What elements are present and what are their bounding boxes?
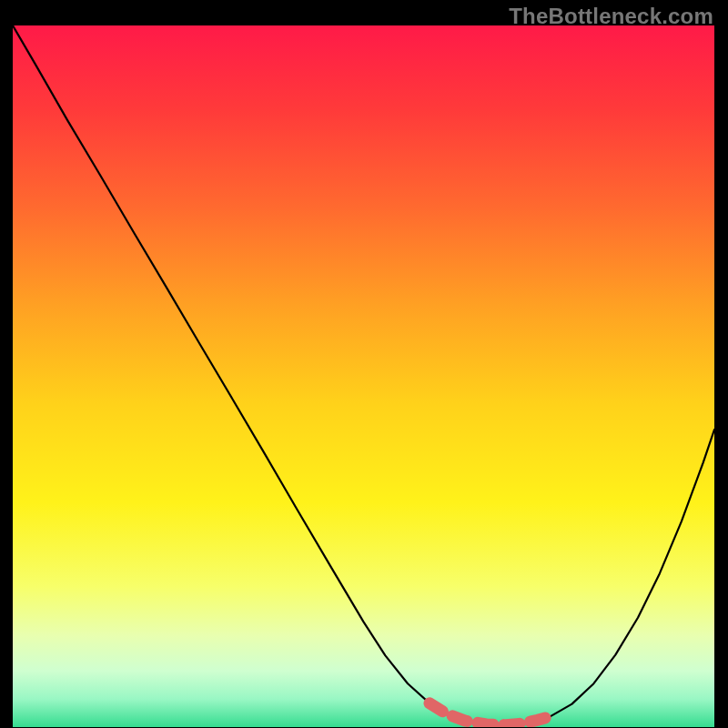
watermark-text: TheBottleneck.com <box>509 4 713 29</box>
chart-frame <box>13 25 714 727</box>
bottleneck-chart <box>13 25 714 727</box>
